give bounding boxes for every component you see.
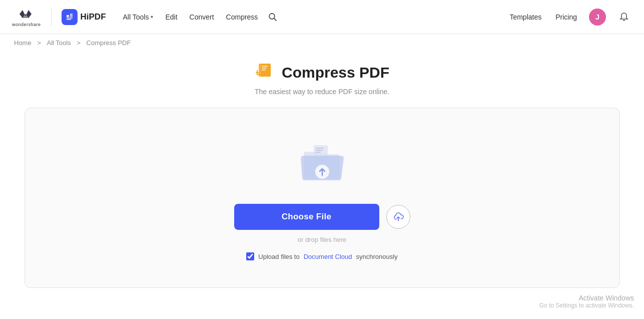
breadcrumb-all-tools[interactable]: All Tools xyxy=(47,39,71,47)
convert-label: Convert xyxy=(190,13,214,21)
logo-divider xyxy=(51,8,52,26)
folder-icon-area xyxy=(295,140,350,190)
convert-nav[interactable]: Convert xyxy=(185,9,219,25)
all-tools-label: All Tools xyxy=(123,13,149,21)
checkbox-label-before: Upload files to xyxy=(258,253,299,260)
document-cloud-checkbox[interactable] xyxy=(246,252,254,260)
logo-area: wondershare HiPDF xyxy=(12,7,106,27)
hipdf-icon xyxy=(62,9,78,25)
nav-right: Templates Pricing J xyxy=(507,9,632,26)
bell-icon xyxy=(619,12,629,22)
breadcrumb-separator-2: > xyxy=(77,39,81,47)
cloud-upload-icon xyxy=(393,212,404,222)
search-button[interactable] xyxy=(265,9,281,25)
page-title-row: Compress PDF xyxy=(255,62,389,84)
svg-rect-10 xyxy=(316,150,323,151)
drop-text: or drop files here xyxy=(298,236,347,243)
compress-nav[interactable]: Compress xyxy=(221,9,263,25)
breadcrumb-current: Compress PDF xyxy=(87,39,131,47)
compress-label: Compress xyxy=(226,13,258,21)
breadcrumb: Home > All Tools > Compress PDF xyxy=(0,34,644,52)
hipdf-label: HiPDF xyxy=(81,12,106,22)
svg-rect-11 xyxy=(316,152,321,153)
main-nav: All Tools ▾ Edit Convert Compress xyxy=(118,9,281,25)
all-tools-nav[interactable]: All Tools ▾ xyxy=(118,9,159,25)
document-cloud-link[interactable]: Document Cloud xyxy=(304,253,352,260)
breadcrumb-separator-1: > xyxy=(37,39,41,47)
upload-folder-icon xyxy=(295,140,350,188)
svg-rect-7 xyxy=(262,70,266,71)
pricing-link[interactable]: Pricing xyxy=(553,9,579,25)
page-title-area: Compress PDF The easiest way to reduce P… xyxy=(255,62,389,96)
svg-rect-0 xyxy=(65,12,75,22)
choose-file-button[interactable]: Choose File xyxy=(234,204,379,230)
templates-link[interactable]: Templates xyxy=(507,9,543,25)
svg-line-2 xyxy=(274,18,277,21)
chevron-down-icon: ▾ xyxy=(151,14,153,20)
edit-nav[interactable]: Edit xyxy=(160,9,182,25)
wondershare-text: wondershare xyxy=(12,22,41,27)
wondershare-logo[interactable]: wondershare xyxy=(12,7,41,27)
user-avatar[interactable]: J xyxy=(589,9,606,26)
header: wondershare HiPDF All Tools ▾ Edit xyxy=(0,0,644,34)
search-icon xyxy=(268,13,277,22)
upload-card: Choose File or drop files here Upload fi… xyxy=(25,108,620,288)
watermark-subtitle: Go to Settings to activate Windows. xyxy=(539,302,634,309)
compress-pdf-icon xyxy=(255,62,277,84)
wondershare-icon xyxy=(18,7,36,21)
svg-rect-9 xyxy=(316,148,324,149)
watermark-title: Activate Windows xyxy=(539,294,634,302)
svg-rect-6 xyxy=(262,68,267,69)
svg-rect-5 xyxy=(262,66,268,67)
page-subtitle: The easiest way to reduce PDF size onlin… xyxy=(255,88,389,96)
notification-bell-button[interactable] xyxy=(616,9,632,25)
hipdf-badge[interactable]: HiPDF xyxy=(62,9,106,25)
page-title: Compress PDF xyxy=(282,64,389,81)
cloud-upload-button[interactable] xyxy=(386,205,410,229)
edit-label: Edit xyxy=(165,13,177,21)
upload-button-row: Choose File xyxy=(234,204,410,230)
main-content: Compress PDF The easiest way to reduce P… xyxy=(0,52,644,288)
upload-checkbox-row: Upload files to Document Cloud synchrono… xyxy=(246,252,397,260)
checkbox-label-after: synchronously xyxy=(356,253,398,260)
windows-watermark: Activate Windows Go to Settings to activ… xyxy=(539,294,634,309)
breadcrumb-home[interactable]: Home xyxy=(14,39,32,47)
